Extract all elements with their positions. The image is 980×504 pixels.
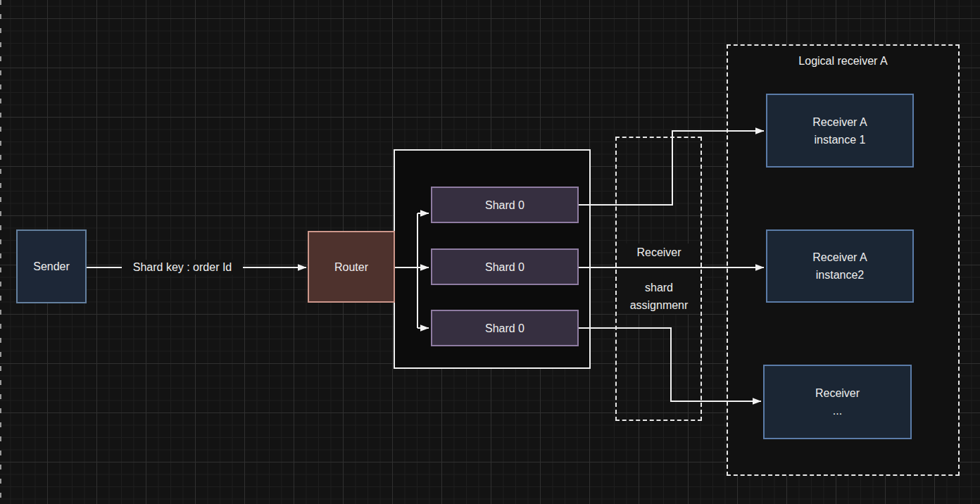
receiver-1-line2: instance 1 (815, 131, 866, 149)
page-boundary-line (0, 0, 1, 504)
edge-label-shard-key: Shard key : order Id (122, 260, 243, 275)
router-node[interactable]: Router (308, 231, 395, 303)
shard-node-3[interactable]: Shard 0 (431, 310, 579, 346)
sender-node[interactable]: Sender (16, 229, 87, 303)
receiver-2-line2: instance2 (816, 266, 865, 284)
receiver-3-line2: ... (833, 402, 842, 420)
receiver-1-line1: Receiver A (812, 113, 867, 131)
router-label: Router (334, 258, 368, 276)
receiver-node-3[interactable]: Receiver ... (763, 365, 912, 439)
shard-1-label: Shard 0 (485, 196, 524, 214)
receiver-node-1[interactable]: Receiver A instance 1 (766, 94, 914, 168)
receiver-3-line1: Receiver (815, 384, 860, 402)
shard-assignment-boundary[interactable] (615, 137, 702, 421)
diagram-canvas: Logical receiver A Receiver shard assign… (0, 0, 980, 504)
receiver-2-line1: Receiver A (812, 248, 867, 266)
shard-node-2[interactable]: Shard 0 (431, 248, 579, 285)
logical-group-title: Logical receiver A (728, 55, 958, 68)
shard-node-1[interactable]: Shard 0 (431, 187, 579, 223)
sender-label: Sender (33, 258, 70, 275)
shard-2-label: Shard 0 (485, 258, 524, 276)
shard-3-label: Shard 0 (485, 320, 524, 337)
receiver-node-2[interactable]: Receiver A instance2 (766, 229, 914, 303)
